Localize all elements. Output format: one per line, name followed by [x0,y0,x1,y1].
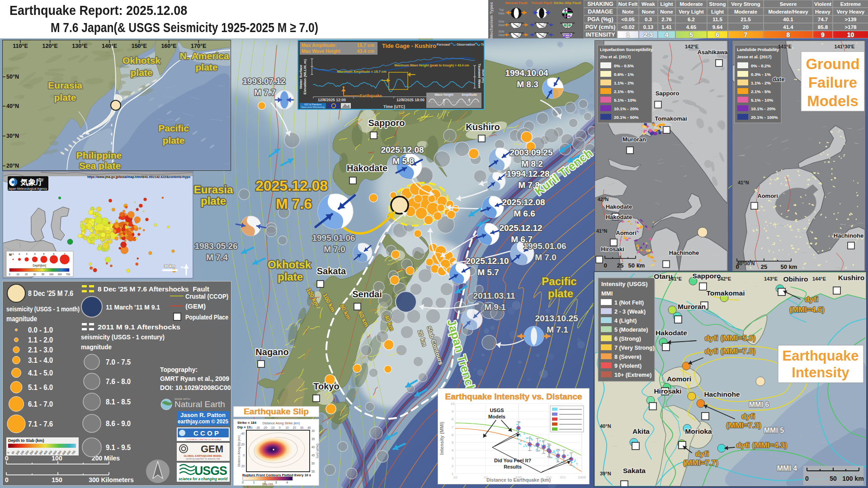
svg-text:MADE WITH: MADE WITH [175,398,190,400]
svg-text:Aomori: Aomori [616,230,637,236]
svg-text:50 km: 50 km [781,263,797,270]
svg-text:Sapporo: Sapporo [693,272,721,280]
svg-text:30°N: 30°N [6,133,19,139]
svg-text:Observation: Observation [457,43,475,46]
svg-text:Intensity (MMI): Intensity (MMI) [439,422,444,455]
svg-text:Natural Earth: Natural Earth [175,399,225,409]
svg-text:1: 1 [253,481,255,484]
svg-text:-30: -30 [255,426,260,429]
svg-text:Tokyo: Tokyo [313,381,339,391]
svg-text:magnitude: magnitude [6,315,37,323]
svg-text:Rupture Front Contours Plotted: Rupture Front Contours Plotted Every 10 … [242,473,311,477]
svg-text:GEM: GEM [201,443,223,455]
svg-text:Thrust Fault: Thrust Fault [531,1,552,5]
svg-text:7.1 - 7.6: 7.1 - 7.6 [28,420,53,428]
svg-text:1994.10.04: 1994.10.04 [505,68,548,78]
svg-text:15.7 cm: 15.7 cm [357,42,374,48]
svg-text:7 (Very Strong): 7 (Very Strong) [614,345,655,351]
svg-text:USGS: USGS [194,464,227,478]
svg-text:Results: Results [504,464,522,469]
svg-text:5: 5 [452,441,454,445]
svg-text:Sapporo: Sapporo [656,90,679,97]
svg-text:Nagano: Nagano [255,347,288,357]
svg-text:141°E: 141°E [668,276,682,282]
svg-text:30: 30 [300,426,304,429]
svg-text:10.1% - 20%: 10.1% - 20% [751,106,776,111]
svg-text:Okhotsk: Okhotsk [268,258,311,271]
svg-text:8.6 - 9.0: 8.6 - 9.0 [106,420,131,427]
svg-text:Max Amplitude:: Max Amplitude: [302,42,337,48]
svg-text:Sea Level Monitoring: Sea Level Monitoring [301,106,325,108]
svg-text:0: 0 [279,426,281,429]
svg-text:View: View [498,33,505,37]
svg-text:Crustal (CCOP): Crustal (CCOP) [185,293,228,300]
svg-text:C C O P: C C O P [193,429,219,437]
svg-text:1.1% - 2%: 1.1% - 2% [751,80,771,85]
svg-text:130°E: 130°E [72,43,87,49]
svg-text:4: 4 [452,448,454,452]
svg-text:plate: plate [201,195,226,207]
svg-text:working together to assess ris: working together to assess risk [185,457,220,460]
svg-text:N: N [181,265,184,269]
svg-text:気象庁: 気象庁 [20,178,44,187]
svg-text:Distance Along Strike (km): Distance Along Strike (km) [263,422,300,425]
svg-text:Earthquake: Earthquake [783,348,859,364]
svg-text:Models: Models [488,414,505,419]
svg-text:700: 700 [66,273,70,276]
svg-text:plate: plate [162,135,184,145]
svg-text:0: 0 [805,475,809,482]
svg-text:Tomakomai: Tomakomai [655,115,687,122]
svg-text:Distance to Earthquake (km): Distance to Earthquake (km) [486,477,551,483]
svg-text:2011.03.11: 2011.03.11 [473,291,515,300]
svg-text:8: 8 [452,417,454,421]
svg-text:2025.12.12: 2025.12.12 [499,223,542,233]
svg-text:110°E: 110°E [13,43,28,49]
svg-text:2.1% - 5%: 2.1% - 5% [751,89,771,94]
svg-text:142°E: 142°E [717,276,731,282]
svg-text:2025.12.08: 2025.12.08 [502,197,545,207]
svg-text:dyfi (MMI=7.0): dyfi (MMI=7.0) [705,347,756,356]
svg-text:Sendai: Sendai [352,289,382,299]
svg-text:Max Wave Height: Max Wave Height [302,48,340,54]
svg-text:3: 3 [452,456,454,460]
svg-text:150°E: 150°E [132,43,147,49]
svg-text:20°N: 20°N [6,163,19,169]
svg-text:2013.10.25: 2013.10.25 [535,314,578,323]
svg-text:40°30'N: 40°30'N [737,261,755,266]
svg-text:Did You Feel It?: Did You Feel It? [494,458,531,463]
svg-text:Maximum Wave Height (peak to t: Maximum Wave Height (peak to trough) = 4… [395,64,469,67]
svg-text:Hirosaki: Hirosaki [601,246,624,253]
svg-text:Sea plate: Sea plate [79,160,121,170]
svg-text:View: View [498,23,505,27]
svg-text:4.1 - 5.0: 4.1 - 5.0 [28,369,53,377]
svg-text:M 7.0: M 7.0 [324,244,345,254]
svg-text:8 Dec '25 M 7.6: 8 Dec '25 M 7.6 [28,290,73,297]
svg-text:Models: Models [807,93,859,109]
svg-text:10: 10 [451,402,455,406]
svg-text:(MMI=7.7): (MMI=7.7) [683,459,718,467]
svg-text:9.1 - 9.5: 9.1 - 9.5 [106,444,131,451]
svg-text:plate: plate [195,62,217,72]
svg-text:Aomori: Aomori [757,192,778,199]
svg-text:7.6 - 8.0: 7.6 - 8.0 [106,378,131,385]
svg-text:120°E: 120°E [42,43,58,49]
svg-text:10: 10 [285,426,289,429]
svg-text:142°E: 142°E [685,44,698,49]
svg-text:N. America: N. America [180,51,229,61]
svg-text:0: 0 [5,455,9,462]
svg-text:8 (Severe): 8 (Severe) [614,354,642,360]
svg-text:Muroran: Muroran [678,303,706,310]
svg-text:-10: -10 [270,426,275,429]
svg-text:40: 40 [307,426,311,429]
svg-text:Hachinohe: Hachinohe [704,390,740,398]
svg-text:USGS: USGS [490,408,504,413]
svg-text:0% - 0.2%: 0% - 0.2% [751,63,771,68]
svg-text:Hakodate: Hakodate [656,329,687,337]
svg-text:Elevation (MLLW, m): Elevation (MLLW, m) [303,59,307,94]
svg-text:M 8.3: M 8.3 [517,80,538,89]
svg-text:30 km: 30 km [164,264,175,268]
svg-text:Zhu et al. (2017): Zhu et al. (2017) [600,55,631,59]
svg-text:-20: -20 [263,426,268,429]
svg-text:40°N: 40°N [600,423,611,429]
svg-text:plate: plate [54,92,76,103]
